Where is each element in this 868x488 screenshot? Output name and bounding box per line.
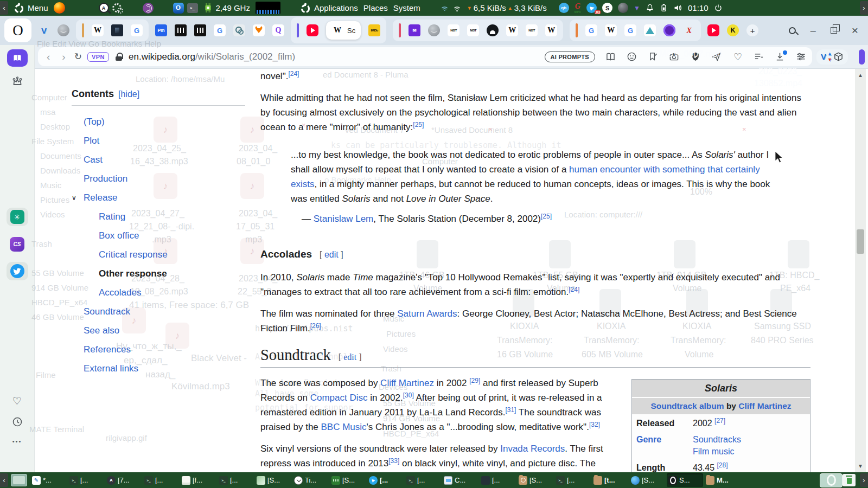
opera-launcher-icon[interactable]: O [173,3,184,14]
tab-favicon[interactable] [487,24,499,36]
heart-icon[interactable]: ♡ [732,52,743,62]
snapshot-camera-icon[interactable] [669,52,680,62]
secure-lock-icon[interactable] [116,53,122,61]
tab-favicon[interactable] [576,23,578,37]
v2ray-extension-icon[interactable]: V▲▼ [821,52,826,61]
taskbar-window-button[interactable]: [... [143,473,179,487]
tab-favicon[interactable]: G [214,24,226,36]
taskbar-window-button[interactable]: C... [442,473,478,487]
tab-favicon[interactable]: G [585,24,597,36]
reading-list-icon[interactable] [7,49,28,67]
toc-item[interactable]: External links [84,359,251,378]
tab-favicon[interactable]: Q [272,24,284,36]
address-bar[interactable]: ‹ › ↻ VPN en.wikipedia.org/wiki/Solaris_… [38,47,812,66]
toc-item[interactable]: Soundtrack [84,302,251,321]
taskbar-window-button[interactable]: [7... [105,473,142,487]
volume-icon[interactable] [673,3,682,12]
page-scrollbar[interactable]: ▲ ▼ [855,69,866,472]
vpn-badge[interactable]: VPN [87,52,109,62]
qbittorrent-tray-icon[interactable]: qb [559,3,569,13]
tab-search-icon[interactable] [789,27,796,34]
network-signal-icon[interactable] [440,4,462,12]
tab-favicon[interactable]: NIST [448,24,459,36]
tab-favicon[interactable] [297,23,299,37]
system-menu[interactable]: System [393,3,420,12]
show-desktop-button[interactable] [11,474,27,486]
taskbar-window-button[interactable]: [S... [517,473,553,487]
close-button[interactable]: × [852,24,858,37]
scrollbar-thumb[interactable] [857,229,864,254]
toc-item[interactable]: (Top) [84,112,251,131]
chatgpt-icon[interactable]: ✳ [7,208,28,226]
tab-favicon[interactable] [82,23,84,37]
toc-item[interactable]: Box office [84,226,251,245]
taskbar-window-button[interactable]: M... [704,473,741,487]
url-text[interactable]: en.wikipedia.org/wiki/Solaris_(2002_film… [129,52,295,62]
maximize-button[interactable] [831,27,837,34]
cpu-freq-applet[interactable]: 2,49 GHz [203,3,250,12]
minimize-button[interactable]: – [810,25,816,36]
toc-hide-link[interactable]: [hide] [118,89,139,99]
taskbar-window-button[interactable]: [... [68,473,104,487]
network-graph-applet[interactable] [256,2,280,14]
shutdown-icon[interactable] [714,3,723,12]
back-button[interactable]: ‹ [47,51,50,63]
taskbar-window-button[interactable]: [f... [180,473,216,487]
reader-book-icon[interactable] [605,52,616,62]
crown-icon[interactable] [8,73,27,89]
sidebar-more-icon[interactable]: ••• [12,438,22,445]
search-tool-icon[interactable]: A [99,3,109,13]
tor-browser-icon[interactable] [143,3,154,14]
battery-icon[interactable] [660,3,668,12]
trash-applet-icon[interactable] [843,474,856,486]
tab-favicon[interactable] [663,24,675,36]
tab-favicon[interactable] [707,24,719,36]
taskbar-collapse-right[interactable]: › [860,473,868,487]
toc-item[interactable]: Other response [84,264,251,283]
tab-favicon[interactable]: NIST [526,24,538,36]
taskbar-window-button[interactable]: [... [367,473,404,487]
ai-prompts-button[interactable]: AI PROMPTS [545,52,595,62]
telegram-tray-icon[interactable]: .03 [586,3,597,13]
toc-item[interactable]: Accolades [84,283,251,302]
panel-collapse-right[interactable]: › [860,1,868,15]
tab-favicon[interactable]: X [683,24,695,36]
bookmark-star-icon[interactable] [648,52,659,62]
toc-item[interactable]: Cast [84,150,251,169]
tab-favicon[interactable] [58,24,69,36]
sidebar-handle-pill[interactable] [859,49,865,65]
tab-favicon[interactable]: G [624,24,636,36]
tab-favicon[interactable]: W [506,24,518,36]
taskbar-window-button[interactable]: [... [554,473,591,487]
tab-favicon[interactable] [253,24,265,36]
menu-button[interactable]: Menu [14,2,48,14]
taskbar-window-button[interactable]: [... [405,473,441,487]
active-tab[interactable]: W Sc [326,21,361,40]
reload-button[interactable]: ↻ [74,51,82,62]
net-speed-applet[interactable]: ▼ 6,5 KiB/s ▲ 3,3 KiB/s [467,3,547,12]
tab-favicon[interactable] [194,24,206,36]
tab-favicon[interactable] [307,24,318,36]
terminal-launcher-icon[interactable]: >_ [187,3,198,13]
panel-collapse-left[interactable]: ‹ [0,1,8,15]
tab-favicon[interactable]: V [38,24,50,36]
places-menu[interactable]: Places [363,3,388,12]
tab-favicon[interactable]: W [605,24,617,36]
dark-orb-tray-icon[interactable] [618,3,628,13]
tab-favicon[interactable]: W [545,24,557,36]
send-plane-icon[interactable] [711,52,722,62]
toc-item[interactable]: Critical response [84,245,251,264]
scroll-up-arrow[interactable]: ▲ [855,72,866,78]
settings-gears-icon[interactable] [112,3,123,14]
taskbar-window-button[interactable]: [S... [629,473,666,487]
tab-favicon[interactable]: + [746,24,758,36]
firefox-icon[interactable] [54,2,65,14]
adblock-shield-icon[interactable] [690,52,701,62]
tab-favicon[interactable]: W [92,24,104,36]
tab-favicon[interactable] [399,23,401,37]
chevron-down-icon[interactable]: ∨ [72,194,76,202]
tab-favicon[interactable] [644,24,656,36]
taskbar-window-button[interactable]: [... [480,473,516,487]
taskbar-window-button[interactable]: [t... [592,473,628,487]
opera-taskbar-launcher[interactable] [820,473,843,487]
